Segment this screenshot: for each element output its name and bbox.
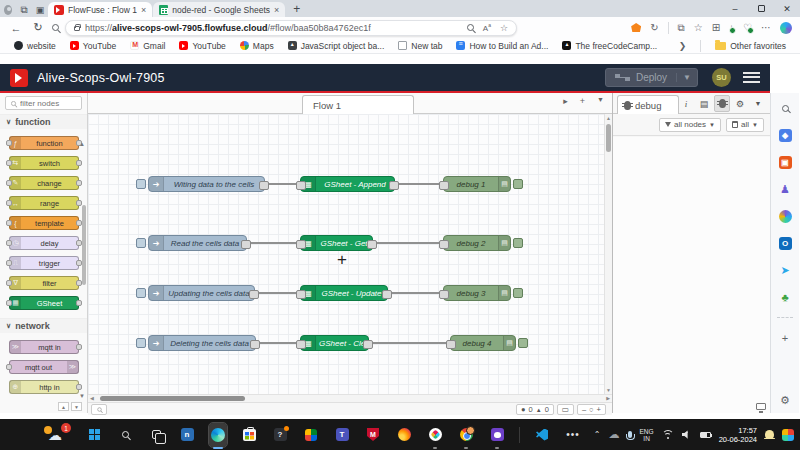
wire[interactable] [392,292,439,294]
tab-close-icon[interactable]: × [274,5,279,15]
inject-node[interactable]: ➔Deleting the cells data [148,335,256,351]
gsheet-node[interactable]: ▦GSheet - Update [300,285,388,301]
task-view-button[interactable] [147,423,165,447]
battery-icon[interactable] [700,432,711,438]
vertical-tabs-icon[interactable]: ▣ [32,2,48,17]
browser-tab-sheets[interactable]: node-red - Google Sheets × [153,2,285,17]
canvas-horizontal-scrollbar[interactable]: ◀▶ [88,394,612,402]
address-bar[interactable]: https://alive-scops-owl-7905.flowfuse.cl… [65,20,517,36]
language-indicator[interactable]: ENGIN [640,428,654,442]
palette-node-mqtt-out[interactable]: mqtt out≫ [9,360,79,374]
navigator-button[interactable]: ▭ [557,404,574,415]
tab-groups-icon[interactable]: ⧉ [16,2,32,17]
gsheet-node[interactable]: ▦GSheet - Clear [300,335,369,351]
more-icon[interactable]: ⋯ [761,22,771,33]
config-tab-icon[interactable]: ⚙ [732,95,748,112]
tab-close-icon[interactable]: × [141,5,146,15]
firefox-browser-icon[interactable] [395,423,413,447]
split-screen-icon[interactable]: ⧉ [678,22,685,34]
wire[interactable] [259,292,296,294]
clear-messages-button[interactable]: all ▼ [726,118,764,132]
palette-scroll-down-icon[interactable]: ▼ [79,393,85,399]
palette-node-trigger[interactable]: ⎍trigger [9,256,79,270]
sidebar-shopping-icon[interactable]: ◈ [778,128,792,142]
weather-widget[interactable]: ☁ 1 [38,423,72,446]
debug-tab-icon[interactable] [714,95,730,112]
palette-category-network[interactable]: ∨network [0,318,87,333]
browser-tab-flowfuse[interactable]: FlowFuse : Flow 1 × [48,2,152,17]
palette-node-change[interactable]: ✎change [9,176,79,190]
palette-scroll-up-icon[interactable]: ▲ [79,141,85,147]
palette-node-template[interactable]: {template [9,216,79,230]
favorite-star-icon[interactable]: ☆ [500,23,508,33]
debug-toggle-button[interactable] [513,238,523,248]
onedrive-icon[interactable]: ☁ [609,428,620,441]
sidebar-settings-icon[interactable]: ⚙ [778,393,792,407]
debug-node[interactable]: debug 2▤ [443,235,511,251]
zoom-page-icon[interactable] [467,24,474,31]
inject-node[interactable]: ➔Updating the cells data [148,285,255,301]
palette-node-mqtt-in[interactable]: ≫mqtt in [9,340,79,354]
chrome-browser-icon[interactable] [457,423,475,447]
nodejs-app-icon[interactable]: n [178,423,196,447]
gsheet-node[interactable]: ▦GSheet - Append [300,176,395,192]
notifications-bell-icon[interactable] [765,430,774,439]
flowfuse-logo[interactable] [10,69,28,87]
palette-search[interactable] [5,96,82,110]
user-avatar[interactable]: SU [712,68,731,87]
palette-node-delay[interactable]: ◷delay [9,236,79,250]
flow-list-icon[interactable]: ▼ [597,96,604,106]
microphone-icon[interactable] [628,431,632,438]
wire[interactable] [377,242,439,244]
bookmark-item[interactable]: YouTube [179,41,225,51]
bookmark-item[interactable]: The freeCodeCamp... [562,41,657,51]
google-meet-icon[interactable] [302,423,320,447]
palette-node-GSheet[interactable]: ▦GSheet [9,296,79,310]
debug-node[interactable]: debug 3▤ [443,285,511,301]
deploy-button[interactable]: Deploy ▼ [605,68,698,87]
sidebar-add-icon[interactable]: + [778,331,792,345]
search-icon[interactable] [52,24,59,31]
palette-category-function[interactable]: ∨function [0,114,87,129]
palette-scrollbar[interactable] [82,205,86,285]
minimize-button[interactable]: – [722,0,748,17]
debug-toggle-button[interactable] [518,338,528,348]
hidden-icons-chevron[interactable]: ⌃ [594,430,601,439]
widgets-corner-icon[interactable] [782,429,794,441]
get-help-app-icon[interactable]: ? [271,423,289,447]
lock-icon[interactable] [74,26,80,31]
help-tab-icon[interactable]: ▤ [696,95,712,112]
start-button[interactable] [85,423,103,447]
flow-tab[interactable]: Flow 1 [302,95,414,114]
edge-browser-icon[interactable] [209,423,227,447]
debug-tab[interactable]: debug [617,95,679,114]
inject-button[interactable] [136,179,146,189]
palette-node-range[interactable]: ↔range [9,196,79,210]
palette-collapse-icon[interactable]: ▲ [58,402,69,411]
sidebar-m365-icon[interactable]: ▣ [778,155,792,169]
microsoft-store-icon[interactable] [240,423,258,447]
bookmark-item[interactable]: Maps [240,41,274,51]
palette-search-input[interactable] [20,99,72,108]
copilot-icon[interactable] [780,22,792,34]
palette-expand-icon[interactable]: ▼ [71,402,82,411]
palette-node-switch[interactable]: ⇆switch [9,156,79,170]
sidebar-designer-icon[interactable] [778,209,792,223]
github-desktop-icon[interactable] [488,423,506,447]
sidebar-tree-icon[interactable]: ♣ [778,290,792,304]
canvas-vertical-scrollbar[interactable]: ▲▼ [604,114,612,394]
sidebar-options-icon[interactable]: ▼ [750,95,766,112]
rewards-icon[interactable]: ↻ [650,22,658,33]
inject-node[interactable]: ➔Read the cells data [148,235,247,251]
debug-node[interactable]: debug 1▤ [443,176,511,192]
debug-toggle-button[interactable] [513,288,523,298]
mcafee-app-icon[interactable]: M [364,423,382,447]
browser-essentials-icon[interactable]: ♡ [743,22,752,33]
bookmark-item[interactable]: website [14,41,56,51]
profile-avatar-icon[interactable] [0,2,16,17]
bookmark-item[interactable]: YouTube [70,41,116,51]
wire[interactable] [251,242,296,244]
gsheet-node[interactable]: ▦GSheet - Get [300,235,373,251]
speaker-icon[interactable] [682,430,692,439]
taskbar-search-icon[interactable] [116,423,134,447]
